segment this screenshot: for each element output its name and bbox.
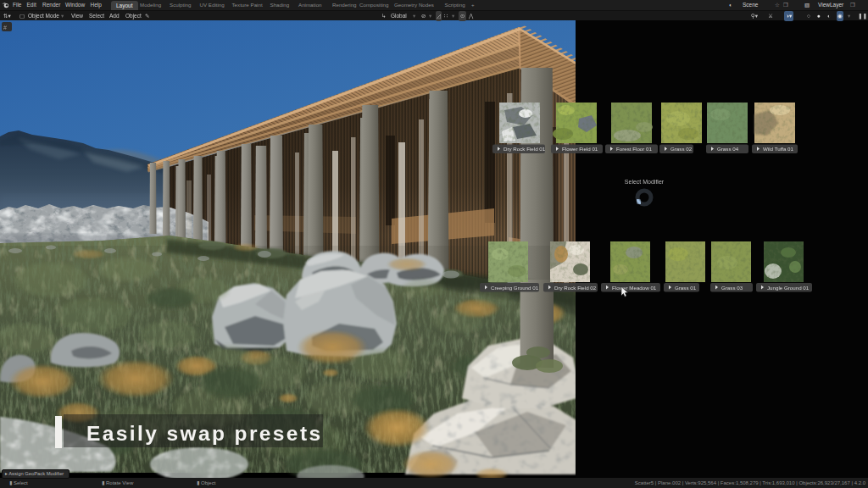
svg-text:Jungle Ground 01: Jungle Ground 01 bbox=[767, 285, 810, 291]
svg-text:Grass 03: Grass 03 bbox=[721, 285, 743, 291]
svg-text:Creeping Ground 01: Creeping Ground 01 bbox=[491, 285, 539, 291]
svg-text:Select Modifier: Select Modifier bbox=[625, 179, 665, 185]
svg-text:Dry Rock Field 02: Dry Rock Field 02 bbox=[554, 285, 597, 291]
svg-text:Grass 04: Grass 04 bbox=[717, 146, 739, 152]
svg-text:Dry Rock Field 01: Dry Rock Field 01 bbox=[504, 146, 546, 152]
svg-text:Grass 01: Grass 01 bbox=[675, 285, 697, 291]
svg-text:Forest Floor 01: Forest Floor 01 bbox=[616, 146, 653, 152]
svg-text:Flower Meadow 01: Flower Meadow 01 bbox=[612, 285, 657, 291]
svg-text:Wild Tuffa 01: Wild Tuffa 01 bbox=[763, 146, 794, 152]
svg-text:#: # bbox=[3, 25, 7, 30]
svg-text:Flower Field 01: Flower Field 01 bbox=[562, 146, 598, 152]
svg-text:Grass 02: Grass 02 bbox=[670, 146, 693, 152]
